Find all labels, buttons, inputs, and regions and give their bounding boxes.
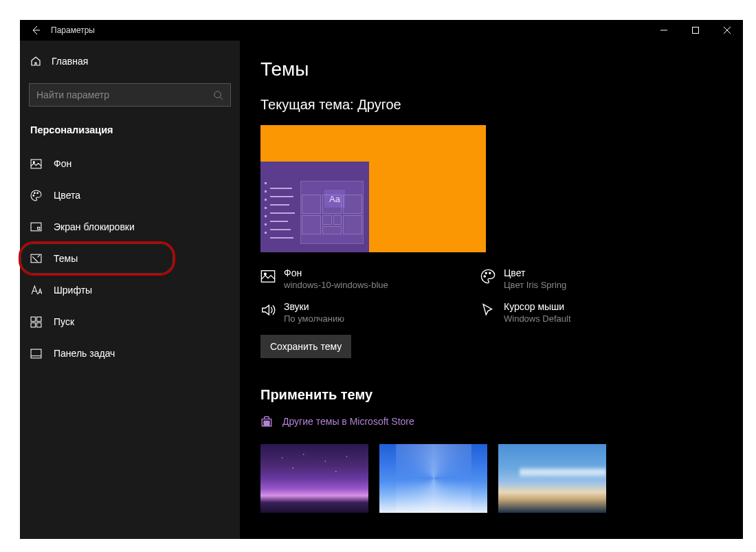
image-icon [260, 269, 276, 284]
sidebar-item-label: Пуск [54, 316, 74, 327]
back-button[interactable] [20, 20, 51, 41]
start-icon [30, 316, 42, 328]
theme-thumbnails [260, 444, 743, 513]
svg-point-17 [484, 276, 485, 277]
sidebar: Главная Персонализация Фон Цвета Экран б… [20, 41, 240, 539]
sidebar-item-lockscreen[interactable]: Экран блокировки [20, 211, 240, 243]
home-label: Главная [52, 56, 88, 67]
cursor-icon [480, 302, 496, 318]
svg-point-5 [34, 192, 36, 193]
store-link[interactable]: Другие темы в Microsoft Store [260, 415, 743, 428]
sidebar-item-label: Панель задач [54, 348, 115, 359]
svg-rect-12 [31, 322, 35, 327]
svg-point-19 [489, 272, 491, 274]
sidebar-item-label: Темы [54, 253, 78, 264]
theme-thumbnail[interactable] [260, 444, 368, 513]
setting-title: Звуки [284, 301, 344, 312]
svg-rect-2 [31, 159, 41, 168]
minimize-button[interactable] [648, 20, 680, 41]
search-input[interactable] [36, 89, 213, 100]
main-content: Темы Текущая тема: Другое Aa [240, 41, 743, 539]
sidebar-item-label: Экран блокировки [54, 221, 135, 232]
close-icon [724, 27, 731, 34]
setting-value: windows-10-windows-blue [284, 280, 388, 290]
theme-thumbnail[interactable] [379, 444, 487, 513]
home-icon [30, 56, 41, 67]
theme-setting-color[interactable]: Цвет Цвет Iris Spring [480, 267, 632, 290]
maximize-icon [692, 27, 699, 34]
sidebar-item-themes[interactable]: Темы [20, 243, 240, 274]
svg-rect-11 [37, 317, 41, 321]
palette-icon [480, 269, 496, 284]
store-link-label: Другие темы в Microsoft Store [282, 416, 414, 427]
sidebar-item-label: Фон [54, 158, 71, 169]
setting-title: Цвет [504, 267, 566, 278]
svg-rect-8 [38, 227, 40, 229]
arrow-left-icon [30, 25, 41, 36]
setting-value: По умолчанию [284, 313, 344, 324]
svg-point-18 [485, 272, 487, 274]
window-controls [648, 20, 743, 41]
svg-rect-13 [37, 322, 41, 327]
store-icon [260, 415, 273, 428]
image-icon [30, 158, 42, 170]
page-title: Темы [260, 58, 743, 80]
themes-icon [30, 253, 42, 265]
svg-rect-20 [264, 421, 266, 423]
search-icon [213, 90, 223, 100]
svg-rect-21 [267, 421, 269, 423]
tutorial-highlight [19, 241, 175, 276]
sidebar-item-taskbar[interactable]: Панель задач [20, 338, 240, 369]
theme-preview: Aa [260, 125, 486, 252]
window-title: Параметры [51, 25, 95, 35]
sidebar-item-start[interactable]: Пуск [20, 306, 240, 338]
current-theme-label: Текущая тема: Другое [260, 97, 743, 113]
svg-rect-22 [264, 423, 266, 426]
search-box[interactable] [29, 83, 231, 107]
home-link[interactable]: Главная [20, 47, 240, 75]
svg-rect-15 [261, 271, 274, 283]
settings-window: Параметры Главная Персонализация Фон [20, 20, 743, 539]
setting-value: Цвет Iris Spring [504, 280, 566, 290]
svg-rect-0 [693, 27, 699, 34]
theme-setting-background[interactable]: Фон windows-10-windows-blue [260, 267, 412, 290]
setting-value: Windows Default [504, 313, 571, 324]
save-theme-button[interactable]: Сохранить тему [260, 335, 351, 358]
svg-rect-10 [31, 317, 35, 321]
svg-point-6 [37, 192, 38, 193]
svg-rect-23 [267, 423, 269, 426]
sidebar-item-label: Цвета [54, 190, 80, 201]
fonts-icon [30, 285, 42, 296]
sidebar-item-background[interactable]: Фон [20, 148, 240, 179]
sidebar-item-colors[interactable]: Цвета [20, 179, 240, 211]
palette-icon [30, 190, 42, 201]
svg-point-16 [265, 273, 267, 275]
sidebar-item-fonts[interactable]: Шрифты [20, 274, 240, 306]
svg-point-1 [214, 91, 221, 97]
sidebar-item-label: Шрифты [54, 285, 92, 296]
preview-window: Aa [260, 162, 369, 252]
lockscreen-icon [30, 221, 42, 233]
sound-icon [260, 302, 276, 318]
svg-rect-14 [31, 349, 41, 358]
titlebar: Параметры [20, 20, 743, 41]
taskbar-icon [30, 348, 42, 360]
theme-setting-sounds[interactable]: Звуки По умолчанию [260, 301, 412, 324]
theme-thumbnail[interactable] [498, 444, 606, 513]
apply-theme-title: Применить тему [260, 387, 743, 403]
group-header: Персонализация [20, 120, 240, 148]
svg-point-4 [33, 195, 34, 196]
svg-point-3 [33, 161, 34, 162]
setting-title: Фон [284, 267, 388, 278]
theme-setting-cursor[interactable]: Курсор мыши Windows Default [480, 301, 632, 324]
setting-title: Курсор мыши [504, 301, 571, 312]
close-button[interactable] [711, 20, 743, 41]
maximize-button[interactable] [680, 20, 711, 41]
minimize-icon [660, 27, 667, 34]
